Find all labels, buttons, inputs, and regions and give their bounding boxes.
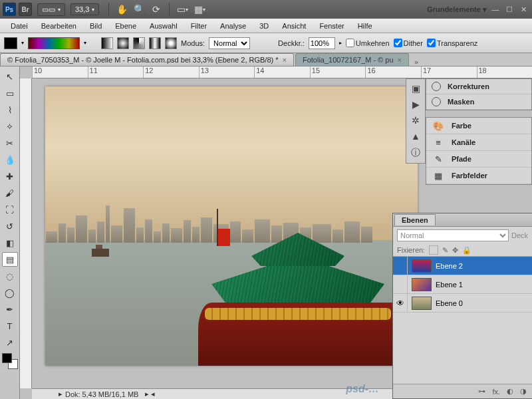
angle-gradient-icon[interactable] — [133, 37, 145, 49]
info-icon[interactable]: ⓘ — [411, 147, 420, 159]
arrange-windows-icon[interactable]: ▦▾ — [192, 2, 207, 17]
panel-dock: Korrekturen Masken 🎨Farbe ≡Kanäle ✎Pfade… — [426, 78, 532, 185]
actions-icon[interactable]: ✲ — [412, 115, 420, 126]
wand-tool-icon[interactable]: ✧ — [2, 119, 18, 134]
layer-row[interactable]: 👁Ebene 0 — [393, 294, 532, 313]
screen-mode-icon[interactable]: ▭▾ — [174, 2, 190, 17]
menu-analyse[interactable]: Analyse — [213, 21, 253, 31]
foreground-swatch[interactable] — [4, 37, 17, 49]
opacity-input[interactable] — [309, 37, 335, 49]
status-doc-label: Dok: — [65, 390, 80, 398]
histogram-icon[interactable]: ▶ — [412, 99, 420, 110]
marquee-tool-icon[interactable]: ▭ — [2, 86, 18, 100]
layer-name: Ebene 0 — [436, 299, 463, 307]
maximize-icon[interactable]: ☐ — [505, 5, 514, 14]
eraser-tool-icon[interactable]: ◧ — [2, 235, 18, 250]
menu-ansicht[interactable]: Ansicht — [275, 21, 313, 31]
dodge-tool-icon[interactable]: ◯ — [2, 285, 18, 300]
visibility-toggle-icon[interactable] — [393, 257, 408, 275]
mode-label: Modus: — [181, 39, 205, 47]
adjust-icon[interactable]: ▲ — [411, 131, 420, 142]
app-titlebar: Ps Br ▭▭▾ 33,3▾ ✋ 🔍 ⟳ ▭▾ ▦▾ Grundelement… — [0, 0, 532, 19]
zoom-tool-icon[interactable]: 🔍 — [131, 2, 147, 17]
adjustments-icon — [432, 82, 441, 91]
ruler-vertical — [20, 78, 32, 388]
lock-transparent-icon[interactable] — [429, 245, 438, 255]
doc-tab-inactive[interactable]: Fotolia_10072167_M - © pu× — [295, 53, 409, 66]
hand-tool-icon[interactable]: ✋ — [114, 2, 130, 17]
type-tool-icon[interactable]: T — [2, 319, 18, 333]
lasso-tool-icon[interactable]: ⌇ — [2, 102, 18, 117]
reflected-gradient-icon[interactable] — [149, 37, 161, 49]
path-select-icon[interactable]: ↗ — [2, 335, 18, 350]
lock-move-icon[interactable]: ✥ — [452, 246, 458, 255]
layer-row[interactable]: Ebene 2 — [393, 257, 532, 275]
menu-bearbeiten[interactable]: Bearbeiten — [35, 21, 83, 31]
stamp-tool-icon[interactable]: ⛶ — [2, 202, 18, 217]
menu-hilfe[interactable]: Hilfe — [351, 21, 379, 31]
layer-row[interactable]: Ebene 1 — [393, 275, 532, 294]
dither-checkbox[interactable]: Dither — [394, 39, 423, 47]
panel-farbfelder[interactable]: ▦Farbfelder — [426, 168, 531, 184]
link-layers-icon[interactable]: ⊶ — [478, 387, 485, 396]
layer-thumbnail — [412, 259, 432, 273]
tab-close-icon[interactable]: × — [398, 56, 402, 64]
visibility-toggle-icon[interactable] — [393, 275, 408, 293]
brush-tool-icon[interactable]: 🖌 — [2, 186, 18, 200]
workspace-switcher[interactable]: Grundelemente ▾ — [424, 5, 489, 14]
blend-mode-select[interactable]: Normal — [209, 37, 250, 49]
panel-korrekturen[interactable]: Korrekturen — [426, 79, 531, 94]
photoshop-logo-icon: Ps — [3, 3, 16, 16]
view-arrange-dropdown[interactable]: ▭▭▾ — [37, 3, 65, 16]
zoom-level-dropdown[interactable]: 33,3▾ — [70, 3, 99, 15]
panel-masken[interactable]: Masken — [426, 94, 531, 110]
document-canvas[interactable] — [45, 86, 418, 366]
menu-3d[interactable]: 3D — [253, 21, 275, 31]
menu-auswahl[interactable]: Auswahl — [143, 21, 184, 31]
tab-close-icon[interactable]: × — [283, 56, 287, 64]
color-swatches[interactable] — [2, 353, 18, 369]
gradient-tool-icon[interactable]: ▤ — [2, 252, 18, 267]
gradient-preview[interactable] — [28, 37, 80, 49]
color-icon: 🎨 — [432, 120, 445, 131]
menu-ebene[interactable]: Ebene — [108, 21, 143, 31]
history-brush-icon[interactable]: ↺ — [2, 219, 18, 233]
collapsed-panel-dock: ▣ ▶ ✲ ▲ ⓘ — [406, 78, 426, 164]
pen-tool-icon[interactable]: ✒ — [2, 302, 18, 317]
linear-gradient-icon[interactable] — [101, 37, 113, 49]
move-tool-icon[interactable]: ↖ — [2, 69, 18, 84]
blur-tool-icon[interactable]: ◌ — [2, 269, 18, 283]
panel-pfade[interactable]: ✎Pfade — [426, 151, 531, 168]
radial-gradient-icon[interactable] — [117, 37, 129, 49]
menu-bild[interactable]: Bild — [83, 21, 108, 31]
minimize-icon[interactable]: — — [491, 5, 500, 13]
menu-fenster[interactable]: Fenster — [313, 21, 350, 31]
panel-farbe[interactable]: 🎨Farbe — [426, 118, 531, 134]
transparency-checkbox[interactable]: Transparenz — [427, 39, 477, 47]
window-controls: — ☐ ✕ — [489, 5, 529, 14]
panel-kanaele[interactable]: ≡Kanäle — [426, 134, 531, 151]
heal-tool-icon[interactable]: ✚ — [2, 169, 18, 184]
lock-all-icon[interactable]: 🔒 — [462, 246, 471, 255]
bridge-icon[interactable]: Br — [19, 3, 32, 16]
layers-tab[interactable]: Ebenen — [394, 214, 436, 225]
document-tabs: © Fotolia_7050353_M - © Joelle M - Fotol… — [0, 53, 532, 66]
eyedropper-tool-icon[interactable]: 💧 — [2, 152, 18, 167]
lock-brush-icon[interactable]: ✎ — [442, 246, 448, 255]
menu-datei[interactable]: Datei — [4, 21, 35, 31]
diamond-gradient-icon[interactable] — [165, 37, 177, 49]
menu-filter[interactable]: Filter — [184, 21, 213, 31]
rotate-view-icon[interactable]: ⟳ — [148, 2, 164, 17]
layer-mask-icon[interactable]: ◐ — [507, 387, 513, 396]
visibility-toggle-icon[interactable]: 👁 — [393, 294, 408, 312]
layer-thumbnail — [412, 278, 432, 291]
crop-tool-icon[interactable]: ✂ — [2, 136, 18, 150]
masks-icon — [432, 97, 441, 106]
close-icon[interactable]: ✕ — [519, 5, 528, 14]
adjustment-layer-icon[interactable]: ◑ — [520, 387, 527, 396]
reverse-checkbox[interactable]: Umkehren — [346, 39, 390, 47]
doc-tab-active[interactable]: © Fotolia_7050353_M - © Joelle M - Fotol… — [0, 53, 294, 66]
layer-blend-mode-select[interactable]: Normal — [397, 229, 509, 241]
layer-fx-icon[interactable]: fx. — [492, 388, 500, 396]
navigator-icon[interactable]: ▣ — [412, 83, 420, 94]
